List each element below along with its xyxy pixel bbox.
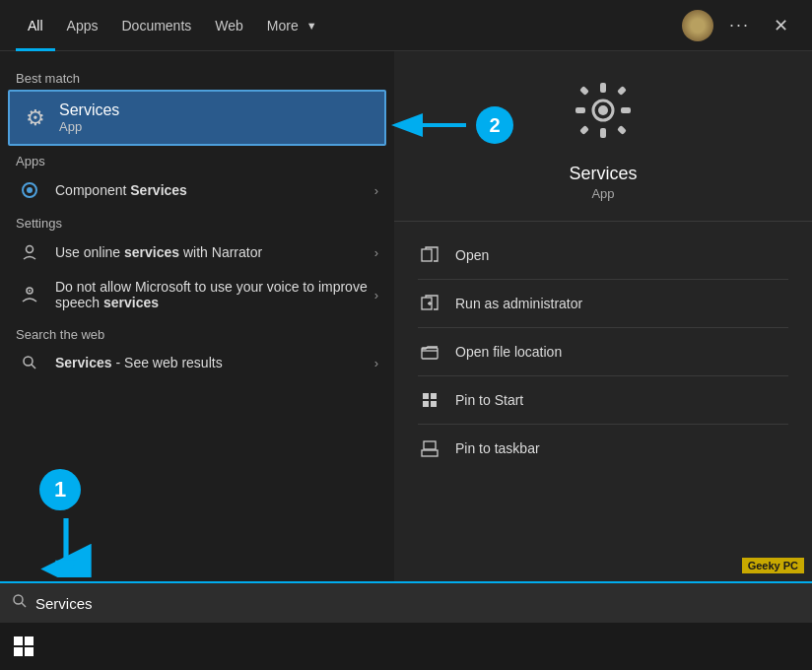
best-match-text: Services App [59,101,119,134]
tab-all[interactable]: All [16,0,55,51]
right-title: Services [569,164,637,184]
run-admin-label: Run as administrator [455,296,582,311]
svg-point-1 [27,187,33,193]
svg-rect-13 [579,86,589,96]
close-button[interactable]: ✕ [766,11,796,40]
svg-rect-23 [431,401,437,407]
content-area: Best match ⚙ Services App Apps Com [0,51,812,581]
action-divider-2 [418,327,788,328]
open-action[interactable]: Open [410,234,796,277]
svg-rect-20 [423,393,429,399]
pin-taskbar-label: Pin to taskbar [455,440,540,456]
right-panel: Services App Open [394,51,812,581]
speech-chevron: › [374,288,378,302]
narrator-text: Use online services with Narrator [55,244,374,260]
speech-text: Do not allow Microsoft to use your voice… [55,279,374,310]
open-label: Open [455,247,489,263]
open-location-action[interactable]: Open file location [410,330,796,373]
svg-rect-24 [422,450,438,456]
svg-rect-16 [617,125,627,135]
component-services-item[interactable]: Component Services › [0,172,394,208]
watermark: Geeky PC [742,558,804,573]
tab-bar: All Apps Documents Web More ▼ ··· ✕ [0,0,812,51]
right-gear-icon [574,81,633,152]
component-services-chevron: › [374,183,378,198]
svg-line-6 [32,365,35,368]
search-icon [12,593,28,613]
svg-rect-10 [600,128,606,138]
pin-start-label: Pin to Start [455,392,523,408]
svg-rect-17 [422,249,432,261]
svg-point-5 [24,357,33,366]
svg-line-32 [22,603,26,607]
open-location-label: Open file location [455,344,562,360]
more-chevron-icon: ▼ [306,20,317,32]
speech-item[interactable]: Do not allow Microsoft to use your voice… [0,270,394,319]
open-location-icon [418,340,441,364]
best-match-title: Services [59,101,119,119]
start-button[interactable] [0,623,47,670]
best-match-item[interactable]: ⚙ Services App [8,90,386,146]
best-match-subtitle: App [59,119,119,134]
pin-start-icon [418,388,441,412]
svg-rect-12 [621,107,631,113]
svg-rect-11 [575,107,585,113]
tab-more[interactable]: More ▼ [255,0,329,51]
svg-point-4 [29,290,31,292]
services-gear-icon: ⚙ [26,105,45,131]
svg-rect-22 [423,401,429,407]
search-input[interactable] [35,595,800,612]
svg-point-8 [598,105,608,115]
best-match-label: Best match [0,63,394,90]
component-services-text: Component Services [55,182,374,198]
right-header: Services App [394,51,812,222]
apps-label: Apps [0,146,394,172]
svg-rect-15 [579,125,589,135]
right-actions: Open Run as administrator [394,222,812,482]
tab-bar-right: ··· ✕ [682,10,796,41]
narrator-item[interactable]: Use online services with Narrator › [0,234,394,270]
narrator-chevron: › [374,245,378,260]
svg-rect-21 [431,393,437,399]
tab-apps[interactable]: Apps [55,0,110,51]
open-icon [418,243,441,267]
left-panel: Best match ⚙ Services App Apps Com [0,51,394,581]
pin-taskbar-action[interactable]: Pin to taskbar [410,427,796,470]
pin-start-action[interactable]: Pin to Start [410,378,796,422]
svg-rect-25 [424,441,436,449]
run-admin-icon [418,292,441,315]
component-services-icon [16,181,43,199]
pin-taskbar-icon [418,436,441,460]
action-divider-3 [418,375,788,376]
settings-label: Settings [0,208,394,234]
svg-point-31 [14,595,23,604]
web-search-text: Services - See web results [55,355,374,370]
web-search-icon [16,355,43,370]
user-avatar[interactable] [682,10,713,41]
search-bar [0,581,812,623]
web-label: Search the web [0,319,394,346]
action-divider-1 [418,279,788,280]
right-subtitle: App [591,186,614,201]
tab-documents[interactable]: Documents [109,0,203,51]
tab-web[interactable]: Web [203,0,255,51]
narrator-icon [16,243,43,261]
taskbar [0,623,812,670]
svg-rect-9 [600,83,606,93]
run-admin-action[interactable]: Run as administrator [410,282,796,325]
web-search-item[interactable]: Services - See web results › [0,346,394,379]
web-search-chevron: › [374,356,378,370]
svg-rect-14 [617,86,627,96]
speech-icon [16,286,43,303]
action-divider-4 [418,424,788,425]
options-button[interactable]: ··· [729,15,750,35]
svg-point-2 [27,246,34,253]
